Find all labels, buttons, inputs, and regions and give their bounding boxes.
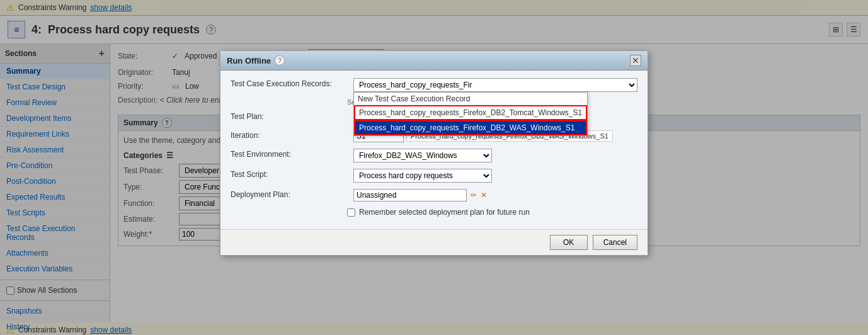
test-script-label: Test Script: — [231, 169, 347, 179]
ok-button[interactable]: OK — [550, 235, 588, 250]
test-env-row: Test Environment: Firefox_DB2_WAS_Window… — [231, 149, 637, 162]
execution-records-dropdown-list: New Test Case Execution Record Process_h… — [353, 92, 588, 136]
deployment-plan-field: ✏ ✕ — [353, 189, 637, 202]
test-script-select[interactable]: Process hard copy requests — [353, 169, 492, 183]
dialog-header: Run Offline ? ✕ — [220, 51, 648, 71]
dialog-title: Run Offline — [227, 56, 271, 65]
dialog-footer: OK Cancel — [220, 229, 648, 255]
test-env-field: Firefox_DB2_WAS_Windows — [353, 149, 637, 162]
test-script-row: Test Script: Process hard copy requests — [231, 169, 637, 183]
dropdown-item-tomcat[interactable]: Process_hard_copy_requests_Firefox_DB2_T… — [354, 105, 587, 120]
execution-records-label: Test Case Execution Records: — [231, 78, 347, 88]
iteration-label: Iteration: — [231, 130, 347, 140]
dialog-help-button[interactable]: ? — [275, 55, 285, 65]
dialog-overlay: Run Offline ? ✕ Test Case Execution Reco… — [0, 0, 868, 335]
test-plan-label: Test Plan: — [231, 111, 347, 121]
dropdown-new-record[interactable]: New Test Case Execution Record — [354, 93, 587, 105]
test-script-field: Process hard copy requests — [353, 169, 637, 183]
deployment-edit-icon[interactable]: ✏ — [471, 191, 477, 200]
remember-label: Remember selected deployment plan for fu… — [359, 208, 530, 217]
remember-checkbox[interactable] — [347, 208, 355, 217]
deployment-plan-input[interactable] — [353, 189, 467, 202]
cancel-button[interactable]: Cancel — [593, 235, 637, 250]
remember-checkbox-row: Remember selected deployment plan for fu… — [231, 208, 637, 217]
dropdown-item-was[interactable]: Process_hard_copy_requests_Firefox_DB2_W… — [354, 120, 587, 135]
execution-records-row: Test Case Execution Records: Process_har… — [231, 78, 637, 92]
execution-records-field: Process_hard_copy_requests_Fir New Test … — [353, 78, 637, 92]
run-offline-dialog: Run Offline ? ✕ Test Case Execution Reco… — [220, 50, 648, 256]
dialog-close-button[interactable]: ✕ — [630, 55, 641, 66]
dialog-body: Test Case Execution Records: Process_har… — [220, 71, 648, 229]
execution-records-select[interactable]: Process_hard_copy_requests_Fir — [353, 78, 637, 92]
test-env-select[interactable]: Firefox_DB2_WAS_Windows — [353, 149, 492, 162]
test-env-label: Test Environment: — [231, 149, 347, 159]
deployment-plan-label: Deployment Plan: — [231, 189, 347, 199]
deployment-plan-row: Deployment Plan: ✏ ✕ — [231, 189, 637, 202]
deployment-clear-icon[interactable]: ✕ — [481, 191, 487, 200]
